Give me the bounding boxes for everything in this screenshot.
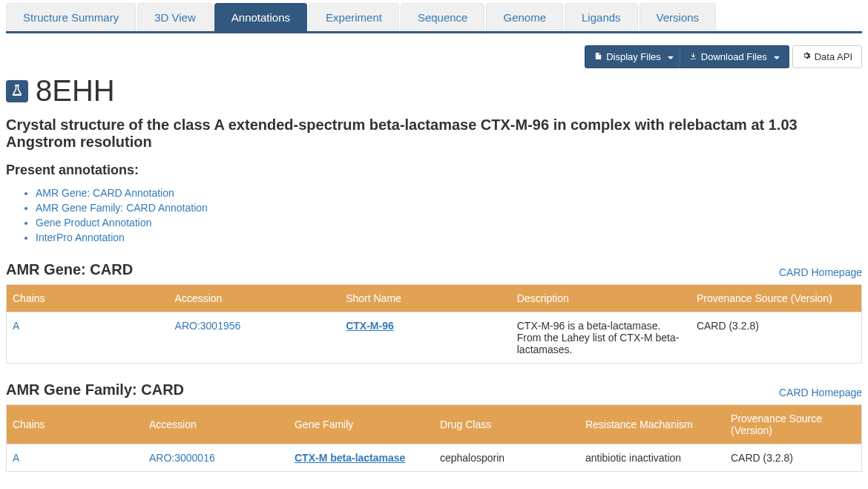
col-short-name: Short Name xyxy=(340,285,511,312)
tab-sequence[interactable]: Sequence xyxy=(401,3,485,31)
table-row: A ARO:3001956 CTX-M-96 CTX-M-96 is a bet… xyxy=(7,312,862,364)
tab-bar: Structure Summary 3D View Annotations Ex… xyxy=(6,3,862,33)
present-annotations-heading: Present annotations: xyxy=(6,163,862,178)
amr-gene-family-table: Chains Accession Gene Family Drug Class … xyxy=(6,404,862,472)
source-cell: CARD (3.2.8) xyxy=(725,444,862,472)
entry-title: Crystal structure of the class A extende… xyxy=(6,116,862,151)
amr-gene-family-section: AMR Gene Family: CARD CARD Homepage Chai… xyxy=(6,381,862,472)
amr-gene-family-title: AMR Gene Family: CARD xyxy=(6,381,184,398)
file-icon xyxy=(594,51,602,62)
data-api-button[interactable]: Data API xyxy=(792,45,862,68)
col-drug-class: Drug Class xyxy=(434,405,579,444)
download-files-label: Download Files xyxy=(701,51,767,62)
col-provenance: Provenance Source (Version) xyxy=(691,285,862,312)
tab-ligands[interactable]: Ligands xyxy=(565,3,638,31)
col-resistance: Resistance Machanism xyxy=(579,405,725,444)
tab-versions[interactable]: Versions xyxy=(640,3,717,31)
caret-down-icon xyxy=(771,51,780,62)
accession-link[interactable]: ARO:3000016 xyxy=(149,452,215,464)
resistance-cell: antibiotic inactivation xyxy=(579,444,725,472)
col-gene-family: Gene Family xyxy=(289,405,434,444)
anno-link-interpro[interactable]: InterPro Annotation xyxy=(36,232,862,243)
tab-genome[interactable]: Genome xyxy=(486,3,563,31)
card-homepage-link[interactable]: CARD Homepage xyxy=(779,387,862,398)
drug-class-cell: cephalosporin xyxy=(434,444,579,472)
source-cell: CARD (3.2.8) xyxy=(691,312,862,364)
col-chains: Chains xyxy=(7,405,143,444)
col-provenance: Provenance Source (Version) xyxy=(725,405,862,444)
short-name-link[interactable]: CTX-M-96 xyxy=(346,320,394,332)
toolbar: Display Files Download Files Data API xyxy=(6,45,862,68)
col-accession: Accession xyxy=(169,285,341,312)
download-icon xyxy=(689,51,697,62)
gene-family-link[interactable]: CTX-M beta-lactamase xyxy=(295,452,405,464)
accession-link[interactable]: ARO:3001956 xyxy=(175,320,241,332)
chain-link[interactable]: A xyxy=(13,452,19,464)
data-api-label: Data API xyxy=(815,51,852,62)
tab-annotations[interactable]: Annotations xyxy=(214,3,307,31)
amr-gene-title: AMR Gene: CARD xyxy=(6,261,133,278)
amr-gene-table: Chains Accession Short Name Description … xyxy=(6,284,862,364)
entry-id: 8EHH xyxy=(36,74,115,108)
col-chains: Chains xyxy=(7,285,169,312)
anno-link-gene-product[interactable]: Gene Product Annotation xyxy=(36,217,862,229)
table-row: A ARO:3000016 CTX-M beta-lactamase cepha… xyxy=(7,444,862,472)
chain-link[interactable]: A xyxy=(13,320,19,332)
card-homepage-link[interactable]: CARD Homepage xyxy=(779,266,862,278)
anno-link-amr-gene[interactable]: AMR Gene: CARD Annotation xyxy=(36,187,862,199)
download-files-button[interactable]: Download Files xyxy=(680,45,789,68)
flask-icon xyxy=(6,80,28,102)
tab-experiment[interactable]: Experiment xyxy=(309,3,399,31)
caret-down-icon xyxy=(665,51,674,62)
tab-3d-view[interactable]: 3D View xyxy=(137,3,213,31)
tab-structure-summary[interactable]: Structure Summary xyxy=(6,3,136,31)
col-description: Description xyxy=(511,285,691,312)
gear-icon xyxy=(802,51,811,62)
anno-link-amr-gene-family[interactable]: AMR Gene Family: CARD Annotation xyxy=(36,202,862,214)
col-accession: Accession xyxy=(143,405,289,444)
amr-gene-section: AMR Gene: CARD CARD Homepage Chains Acce… xyxy=(6,261,862,364)
display-files-button[interactable]: Display Files xyxy=(585,45,683,68)
description-cell: CTX-M-96 is a beta-lactamase. From the L… xyxy=(511,312,691,364)
present-annotations-list: AMR Gene: CARD Annotation AMR Gene Famil… xyxy=(6,187,862,243)
display-files-label: Display Files xyxy=(606,51,661,62)
